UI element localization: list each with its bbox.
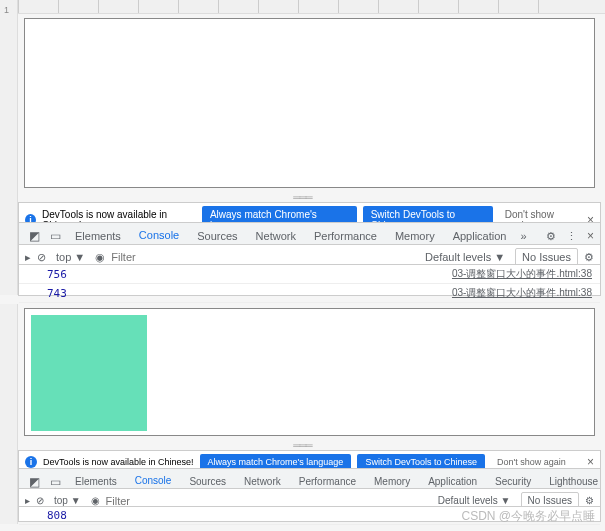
infobar-message: DevTools is now available in Chinese! <box>43 457 194 467</box>
close-icon[interactable]: × <box>587 455 594 469</box>
watermark: CSDN @今晚务必早点睡 <box>461 508 595 525</box>
ruler-vertical: 1 <box>0 0 18 295</box>
levels-dropdown[interactable]: Default levels ▼ <box>421 249 509 265</box>
console-settings-icon[interactable]: ⚙ <box>584 251 594 264</box>
sidebar-toggle-icon[interactable]: ▸ <box>25 495 30 506</box>
console-source-link[interactable]: 03-调整窗口大小的事件.html:38 <box>452 267 592 281</box>
menu-icon[interactable]: ⋮ <box>562 230 581 243</box>
console-value: 756 <box>47 268 67 281</box>
more-tabs-icon[interactable]: » <box>516 230 530 242</box>
ruler-vertical <box>0 304 18 524</box>
tab-performance[interactable]: Performance <box>306 226 385 246</box>
sidebar-toggle-icon[interactable]: ▸ <box>25 251 31 264</box>
console-row: 743 03-调整窗口大小的事件.html:38 <box>19 284 600 303</box>
filter-input[interactable] <box>106 495 244 507</box>
tab-sources[interactable]: Sources <box>189 226 245 246</box>
tab-elements[interactable]: Elements <box>67 226 129 246</box>
device-toggle-icon[interactable]: ▭ <box>46 227 65 245</box>
tab-memory[interactable]: Memory <box>387 226 443 246</box>
inspect-icon[interactable]: ◩ <box>25 227 44 245</box>
mint-box <box>31 315 147 431</box>
ruler-horizontal <box>18 0 605 14</box>
context-dropdown[interactable]: top ▼ <box>52 249 89 265</box>
clear-console-icon[interactable]: ⊘ <box>37 251 46 264</box>
clear-console-icon[interactable]: ⊘ <box>36 495 44 506</box>
eye-icon[interactable]: ◉ <box>91 495 100 506</box>
console-output: 756 03-调整窗口大小的事件.html:38 743 03-调整窗口大小的事… <box>18 264 601 296</box>
tab-network[interactable]: Network <box>248 226 304 246</box>
info-icon: i <box>25 456 37 468</box>
filter-input[interactable] <box>111 251 249 263</box>
console-value: 743 <box>47 287 67 300</box>
close-devtools-icon[interactable]: × <box>587 229 594 243</box>
eye-icon[interactable]: ◉ <box>95 251 105 264</box>
console-settings-icon[interactable]: ⚙ <box>585 495 594 506</box>
tab-application[interactable]: Application <box>445 226 515 246</box>
console-source-link[interactable]: 03-调整窗口大小的事件.html:38 <box>452 286 592 300</box>
viewport-bottom <box>24 308 595 436</box>
viewport-top <box>24 18 595 188</box>
console-value: 808 <box>47 509 67 522</box>
gear-icon[interactable]: ⚙ <box>546 230 556 243</box>
console-row: 756 03-调整窗口大小的事件.html:38 <box>19 265 600 284</box>
